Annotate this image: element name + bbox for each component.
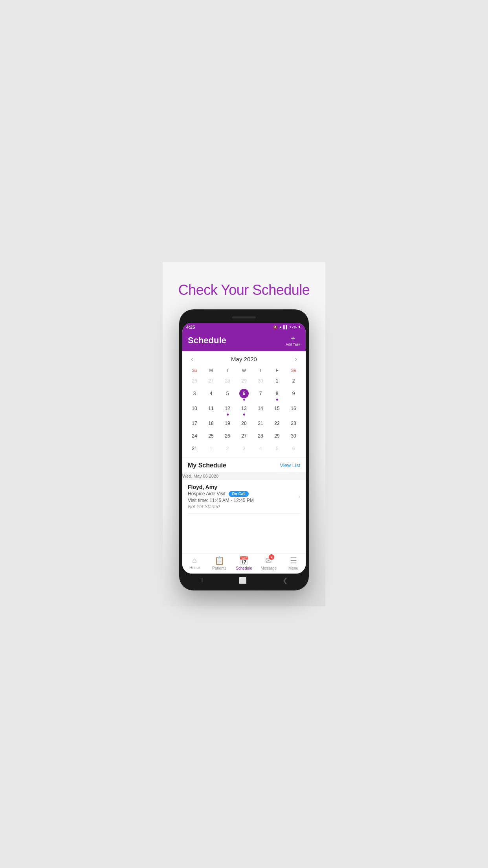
view-list-button[interactable]: View List (280, 462, 300, 468)
calendar-day[interactable]: 28 (219, 375, 236, 387)
calendar-day[interactable]: 2 (285, 375, 302, 387)
calendar-day[interactable]: 15 (269, 403, 285, 417)
calendar-day-number: 30 (256, 376, 265, 386)
schedule-header: My Schedule View List (188, 462, 300, 469)
calendar-day-number: 16 (289, 404, 298, 413)
calendar-day-number: 6 (289, 444, 298, 453)
weekday-thu: T (252, 367, 269, 373)
calendar-day[interactable]: 26 (186, 375, 203, 387)
calendar-day[interactable]: 1 (203, 443, 219, 454)
mute-icon: 🔇 (273, 325, 277, 329)
calendar-day[interactable]: 27 (203, 375, 219, 387)
calendar-day-number: 27 (206, 376, 216, 386)
calendar-day[interactable]: 22 (269, 417, 285, 429)
calendar-day-number: 13 (239, 404, 249, 413)
calendar-day-number: 26 (190, 376, 199, 386)
calendar-day[interactable]: 9 (285, 388, 302, 402)
schedule-date-label: Wed, May 06 2020 (182, 472, 306, 480)
nav-schedule[interactable]: 📅 Schedule (234, 556, 254, 570)
message-badge: 2 (269, 554, 274, 560)
calendar-month-title: May 2020 (231, 356, 257, 362)
calendar-day-number: 2 (289, 376, 298, 386)
calendar-day[interactable]: 8 (269, 388, 285, 402)
nav-patients-label: Patients (212, 566, 226, 570)
weekday-fri: F (269, 367, 285, 373)
calendar-day[interactable]: 4 (252, 443, 269, 454)
add-task-button[interactable]: + Add Task (286, 335, 300, 346)
calendar-day[interactable]: 12 (219, 403, 236, 417)
weekday-tue: T (219, 367, 236, 373)
home-button[interactable]: ⬜ (239, 577, 247, 584)
calendar-day[interactable]: 5 (269, 443, 285, 454)
calendar-day[interactable]: 20 (236, 417, 252, 429)
calendar-day-number: 23 (289, 419, 298, 428)
calendar-day-number: 3 (239, 444, 249, 453)
calendar-day[interactable]: 3 (236, 443, 252, 454)
calendar-day[interactable]: 4 (203, 388, 219, 402)
schedule-icon: 📅 (239, 556, 249, 565)
calendar-day-number: 9 (289, 389, 298, 398)
calendar-day[interactable]: 7 (252, 388, 269, 402)
calendar-event-dot (243, 399, 245, 401)
calendar-day[interactable]: 25 (203, 430, 219, 442)
home-icon: ⌂ (192, 556, 197, 565)
calendar-day[interactable]: 19 (219, 417, 236, 429)
calendar-day[interactable]: 6 (285, 443, 302, 454)
calendar-day[interactable]: 23 (285, 417, 302, 429)
app-header-title: Schedule (188, 335, 226, 346)
status-time: 4:25 (186, 325, 195, 329)
calendar-day[interactable]: 29 (269, 430, 285, 442)
visit-time: Visit time: 11:45 AM - 12:45 PM (188, 498, 295, 503)
calendar-day[interactable]: 16 (285, 403, 302, 417)
calendar-day[interactable]: 14 (252, 403, 269, 417)
calendar-day[interactable]: 31 (186, 443, 203, 454)
calendar-day[interactable]: 5 (219, 388, 236, 402)
calendar-day[interactable]: 27 (236, 430, 252, 442)
calendar-day-number: 2 (223, 444, 232, 453)
calendar-day[interactable]: 30 (252, 375, 269, 387)
calendar-day[interactable]: 13 (236, 403, 252, 417)
calendar-day[interactable]: 10 (186, 403, 203, 417)
calendar-day[interactable]: 2 (219, 443, 236, 454)
calendar-day[interactable]: 11 (203, 403, 219, 417)
calendar-day[interactable]: 24 (186, 430, 203, 442)
calendar-day-number: 5 (272, 444, 282, 453)
calendar-day-number: 15 (272, 404, 282, 413)
nav-home[interactable]: ⌂ Home (185, 556, 204, 570)
calendar-day[interactable]: 28 (252, 430, 269, 442)
next-month-button[interactable]: › (292, 354, 300, 364)
back-button[interactable]: ❮ (283, 577, 288, 584)
prev-month-button[interactable]: ‹ (188, 354, 196, 364)
calendar-day[interactable]: 3 (186, 388, 203, 402)
calendar-day[interactable]: 6 (236, 388, 252, 402)
phone-bottom-bar: ⦀ ⬜ ❮ (182, 574, 306, 585)
recent-apps-button[interactable]: ⦀ (200, 577, 203, 584)
calendar-event-dot (243, 414, 245, 416)
schedule-item-chevron: › (298, 493, 300, 500)
calendar-day-number: 20 (239, 419, 249, 428)
calendar-day[interactable]: 17 (186, 417, 203, 429)
nav-patients[interactable]: 📋 Patients (209, 556, 229, 570)
calendar-day[interactable]: 18 (203, 417, 219, 429)
page-title: Check Your Schedule (178, 282, 310, 298)
nav-schedule-label: Schedule (236, 566, 252, 570)
nav-message[interactable]: ✉ 2 Message (259, 556, 279, 570)
calendar-day-number: 8 (272, 389, 282, 398)
calendar-day[interactable]: 21 (252, 417, 269, 429)
page-wrapper: Check Your Schedule 4:25 🔇 ▲ ▌▌ 17% ⬆ Sc… (163, 262, 325, 606)
calendar-day-number: 14 (256, 404, 265, 413)
calendar-day[interactable]: 30 (285, 430, 302, 442)
calendar-day-number: 29 (239, 376, 249, 386)
calendar-header: ‹ May 2020 › (186, 354, 302, 364)
calendar-day-number: 17 (190, 419, 199, 428)
calendar-day[interactable]: 26 (219, 430, 236, 442)
schedule-item[interactable]: Floyd, Amy Hospice Aide Visit On Call Vi… (188, 480, 300, 514)
nav-menu-label: Menu (288, 566, 298, 570)
phone-frame: 4:25 🔇 ▲ ▌▌ 17% ⬆ Schedule + Add Task (179, 309, 309, 590)
calendar-day[interactable]: 1 (269, 375, 285, 387)
calendar-day[interactable]: 29 (236, 375, 252, 387)
phone-screen: 4:25 🔇 ▲ ▌▌ 17% ⬆ Schedule + Add Task (182, 323, 306, 574)
visit-type-label: Hospice Aide Visit (188, 491, 226, 497)
menu-icon: ☰ (290, 556, 297, 565)
nav-menu[interactable]: ☰ Menu (284, 556, 303, 570)
